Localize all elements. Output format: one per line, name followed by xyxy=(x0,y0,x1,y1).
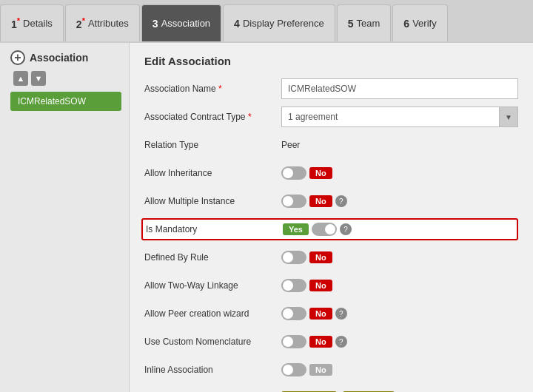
allow-multiple-instance-row: Allow Multiple Instance No ? xyxy=(144,190,518,212)
arrow-buttons: ▲ ▼ xyxy=(13,71,121,86)
is-mandatory-row: Is Mandatory Yes ? xyxy=(141,218,518,240)
relation-type-row: Relation Type Peer xyxy=(144,134,518,156)
use-custom-nomenclature-help-icon[interactable]: ? xyxy=(335,336,347,348)
sidebar-title: Association xyxy=(30,52,88,64)
allow-inheritance-badge[interactable]: No xyxy=(309,167,332,179)
use-custom-nomenclature-badge[interactable]: No xyxy=(309,336,332,348)
tab-num-5: 5 xyxy=(348,18,354,30)
tab-label-2: Attributes xyxy=(88,18,129,29)
tab-num-2: 2 xyxy=(76,16,85,30)
allow-inheritance-label: Allow Inheritance xyxy=(144,168,281,178)
allow-peer-creation-wizard-slider[interactable] xyxy=(281,307,306,320)
allow-inheritance-toggle-group: No xyxy=(281,166,332,180)
is-mandatory-label: Is Mandatory xyxy=(146,224,283,234)
allow-inheritance-slider[interactable] xyxy=(281,166,306,180)
is-mandatory-toggle-group: Yes ? xyxy=(283,223,352,236)
relation-type-value: Peer xyxy=(281,140,300,150)
tab-details[interactable]: 1Details xyxy=(0,4,64,41)
use-custom-nomenclature-slider[interactable] xyxy=(281,335,306,348)
associated-contract-type-row: Associated Contract Type * 1 agreement ▼ xyxy=(144,106,518,128)
allow-peer-creation-wizard-toggle-group: No ? xyxy=(281,307,347,320)
sidebar-item-label: ICMRelatedSOW xyxy=(18,96,86,107)
allow-multiple-instance-badge[interactable]: No xyxy=(309,195,332,207)
defined-by-rule-label: Defined By Rule xyxy=(144,252,281,263)
is-mandatory-slider[interactable] xyxy=(312,223,337,236)
tab-num-1: 1 xyxy=(11,16,20,30)
allow-peer-creation-wizard-label: Allow Peer creation wizard xyxy=(144,308,281,319)
allow-two-way-linkage-slider[interactable] xyxy=(281,279,306,292)
allow-multiple-instance-slider[interactable] xyxy=(281,195,306,208)
tab-label-5: Team xyxy=(357,18,381,29)
association-name-row: Association Name * xyxy=(144,78,518,100)
tab-association[interactable]: 3Association xyxy=(141,4,221,41)
arrow-up-button[interactable]: ▲ xyxy=(13,71,28,86)
tab-num-6: 6 xyxy=(403,18,409,30)
allow-peer-creation-wizard-row: Allow Peer creation wizard No ? xyxy=(144,303,518,325)
inline-association-toggle-group: No xyxy=(281,363,332,376)
allow-multiple-instance-toggle-group: No ? xyxy=(281,195,347,208)
edit-association-panel: Edit Association Association Name * Asso… xyxy=(130,43,533,392)
arrow-down-button[interactable]: ▼ xyxy=(31,71,46,86)
allow-peer-creation-wizard-badge[interactable]: No xyxy=(309,308,332,320)
use-custom-nomenclature-row: Use Custom Nomenclature No ? xyxy=(144,331,518,353)
add-association-button[interactable]: + xyxy=(10,50,25,65)
allow-inheritance-row: Allow Inheritance No xyxy=(144,162,518,184)
tab-label-3: Association xyxy=(161,18,210,29)
inline-association-label: Inline Association xyxy=(144,365,281,375)
main-layout: + Association ▲ ▼ ICMRelatedSOW Edit Ass… xyxy=(0,43,533,392)
contract-type-select-wrapper: 1 agreement ▼ xyxy=(281,107,518,127)
sidebar: + Association ▲ ▼ ICMRelatedSOW xyxy=(0,43,130,392)
is-mandatory-help-icon[interactable]: ? xyxy=(340,223,352,235)
sidebar-item-icmrelatedsow[interactable]: ICMRelatedSOW xyxy=(10,92,121,111)
allow-two-way-linkage-toggle-group: No xyxy=(281,279,332,292)
tab-verify[interactable]: 6Verify xyxy=(392,4,447,41)
allow-multiple-instance-label: Allow Multiple Instance xyxy=(144,196,281,206)
defined-by-rule-toggle-group: No xyxy=(281,251,332,264)
allow-two-way-linkage-label: Allow Two-Way Linkage xyxy=(144,280,281,291)
inline-association-badge[interactable]: No xyxy=(309,364,332,376)
association-name-input[interactable] xyxy=(281,78,518,99)
association-name-label: Association Name * xyxy=(144,84,281,94)
inline-association-slider[interactable] xyxy=(281,363,306,376)
defined-by-rule-badge[interactable]: No xyxy=(309,251,332,263)
use-custom-nomenclature-label: Use Custom Nomenclature xyxy=(144,337,281,347)
allow-two-way-linkage-row: Allow Two-Way Linkage No xyxy=(144,274,518,297)
tab-team[interactable]: 5Team xyxy=(337,4,392,41)
section-title: Edit Association xyxy=(144,55,518,67)
relation-type-label: Relation Type xyxy=(144,140,281,150)
tab-attributes[interactable]: 2Attributes xyxy=(65,4,140,41)
tab-display-preference[interactable]: 4Display Preference xyxy=(223,4,335,41)
defined-by-rule-slider[interactable] xyxy=(281,251,306,264)
allow-multiple-instance-help-icon[interactable]: ? xyxy=(335,195,347,207)
associated-contract-type-label: Associated Contract Type * xyxy=(144,112,281,122)
sidebar-header: + Association xyxy=(10,50,121,65)
contract-type-select[interactable]: 1 agreement xyxy=(281,107,518,127)
use-custom-nomenclature-toggle-group: No ? xyxy=(281,335,347,348)
tab-label-6: Verify xyxy=(412,18,437,29)
allow-two-way-linkage-badge[interactable]: No xyxy=(309,280,332,291)
tab-label-1: Details xyxy=(23,18,53,29)
tab-navigation: 1Details2Attributes3Association4Display … xyxy=(0,0,533,43)
tab-label-4: Display Preference xyxy=(243,18,324,29)
is-mandatory-badge[interactable]: Yes xyxy=(283,223,309,235)
tab-num-3: 3 xyxy=(152,18,158,30)
inline-association-row: Inline Association No xyxy=(144,359,518,381)
defined-by-rule-row: Defined By Rule No xyxy=(144,246,518,268)
allow-peer-creation-wizard-help-icon[interactable]: ? xyxy=(335,308,347,320)
tab-num-4: 4 xyxy=(234,18,240,30)
